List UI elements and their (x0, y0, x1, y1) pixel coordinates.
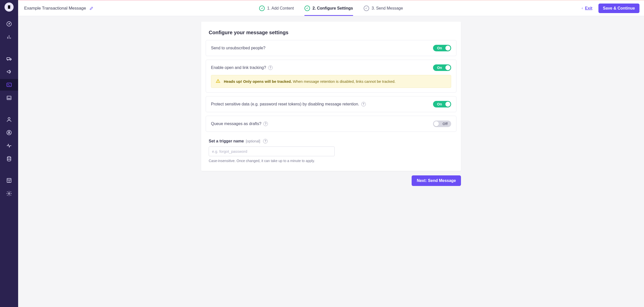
toggle-knob (445, 102, 450, 107)
target-person-icon (6, 130, 12, 136)
step-send-message[interactable]: 3. Send Message (364, 1, 403, 16)
nav-analytics[interactable] (0, 31, 18, 43)
megaphone-icon (6, 69, 12, 75)
toggle-state-label: On (437, 46, 442, 50)
truck-icon (6, 56, 12, 62)
check-circle-icon (304, 6, 310, 11)
panel-heading: Configure your message settings (209, 30, 456, 35)
help-icon[interactable]: ? (263, 139, 268, 143)
bar-chart-icon (6, 34, 12, 40)
setting-label: Send to unsubscribed people? (211, 46, 265, 50)
svg-rect-0 (8, 5, 10, 9)
edit-title-button[interactable] (89, 6, 94, 11)
nav-journeys[interactable] (0, 53, 18, 64)
check-circle-icon (364, 6, 369, 11)
alert-strong: Heads up! Only opens will be tracked. (224, 79, 292, 84)
check-circle-icon (259, 6, 265, 11)
gauge-icon (6, 21, 12, 27)
help-icon[interactable]: ? (268, 65, 273, 70)
step-label: 2. Configure Settings (312, 6, 353, 11)
svg-point-19 (9, 132, 10, 133)
setting-drafts: Queue messages as drafts? ? Off (206, 116, 456, 132)
toggle-knob (434, 121, 439, 126)
nav-content[interactable] (0, 175, 18, 186)
nav-people[interactable] (0, 114, 18, 125)
svg-point-20 (7, 157, 11, 158)
svg-rect-15 (7, 83, 11, 87)
toggle-state-label: Off (443, 122, 448, 126)
step-add-content[interactable]: 1. Add Content (259, 1, 294, 16)
svg-point-8 (9, 24, 10, 24)
database-icon (6, 156, 12, 162)
toggle-drafts[interactable]: Off (433, 121, 451, 127)
setting-send-unsubscribed: Send to unsubscribed people? On (206, 40, 456, 56)
toggle-retention[interactable]: On (433, 101, 451, 107)
help-icon[interactable]: ? (263, 122, 268, 126)
toggle-send-unsubscribed[interactable]: On (433, 45, 451, 51)
building-icon (7, 5, 11, 9)
svg-point-14 (10, 60, 11, 60)
setting-label: Enable open and link tracking? ? (211, 65, 273, 70)
toggle-state-label: On (437, 66, 442, 70)
pencil-icon (89, 6, 93, 10)
exit-link[interactable]: Exit (581, 6, 592, 11)
toggle-state-label: On (437, 102, 442, 106)
sidebar (0, 0, 18, 307)
content-area: Configure your message settings Send to … (18, 16, 644, 307)
pulse-icon (6, 143, 12, 149)
trigger-hint: Case-insensitive. Once changed, it can t… (209, 159, 456, 163)
page-title-wrap: Example Transactional Message (24, 6, 94, 11)
svg-point-13 (8, 60, 8, 60)
nav-data[interactable] (0, 153, 18, 165)
setting-label: Queue messages as drafts? ? (211, 122, 268, 126)
alert-text: When message retention is disabled, link… (292, 79, 396, 84)
optional-tag: [optional] (246, 139, 260, 143)
main-column: Example Transactional Message 1. Add Con… (18, 0, 644, 307)
terminal-icon (6, 82, 12, 88)
nav-campaigns[interactable] (0, 66, 18, 78)
inbox-icon (6, 95, 12, 101)
setting-label: Protect sensitive data (e.g. password re… (211, 102, 366, 106)
step-configure-settings[interactable]: 2. Configure Settings (304, 1, 353, 16)
help-icon[interactable]: ? (361, 102, 366, 106)
save-continue-button[interactable]: Save & Continue (598, 4, 639, 13)
setting-tracking: Enable open and link tracking? ? On Head… (206, 60, 456, 93)
person-icon (6, 117, 12, 123)
layout-icon (6, 177, 12, 183)
nav-transactional[interactable] (0, 79, 18, 91)
exit-label: Exit (585, 6, 592, 11)
chevron-left-icon (581, 7, 584, 10)
toggle-knob (445, 65, 450, 70)
svg-rect-12 (7, 58, 10, 60)
nav-settings[interactable] (0, 188, 18, 199)
trigger-section-label: Set a trigger name [optional] ? (209, 139, 456, 143)
nav-inbox[interactable] (0, 92, 18, 104)
toggle-knob (445, 46, 450, 51)
setting-retention: Protect sensitive data (e.g. password re… (206, 96, 456, 112)
svg-point-17 (8, 118, 10, 120)
nav-dashboard[interactable] (0, 18, 18, 30)
wizard-steps: 1. Add Content 2. Configure Settings 3. … (259, 1, 403, 16)
tracking-warning: Heads up! Only opens will be tracked. Wh… (211, 75, 451, 88)
svg-point-26 (218, 82, 218, 82)
org-avatar[interactable] (5, 3, 14, 12)
step-label: 1. Add Content (267, 6, 294, 11)
settings-panel: Configure your message settings Send to … (201, 22, 461, 171)
page-title: Example Transactional Message (24, 6, 86, 11)
nav-activity[interactable] (0, 140, 18, 151)
trigger-name-input[interactable] (209, 146, 335, 156)
gear-icon (6, 190, 12, 197)
step-label: 3. Send Message (372, 6, 403, 11)
warning-icon (216, 79, 220, 84)
nav-segments[interactable] (0, 127, 18, 138)
next-send-message-button[interactable]: Next: Send Message (412, 175, 461, 186)
svg-point-24 (8, 193, 10, 194)
toggle-tracking[interactable]: On (433, 64, 451, 71)
header: Example Transactional Message 1. Add Con… (18, 1, 644, 16)
